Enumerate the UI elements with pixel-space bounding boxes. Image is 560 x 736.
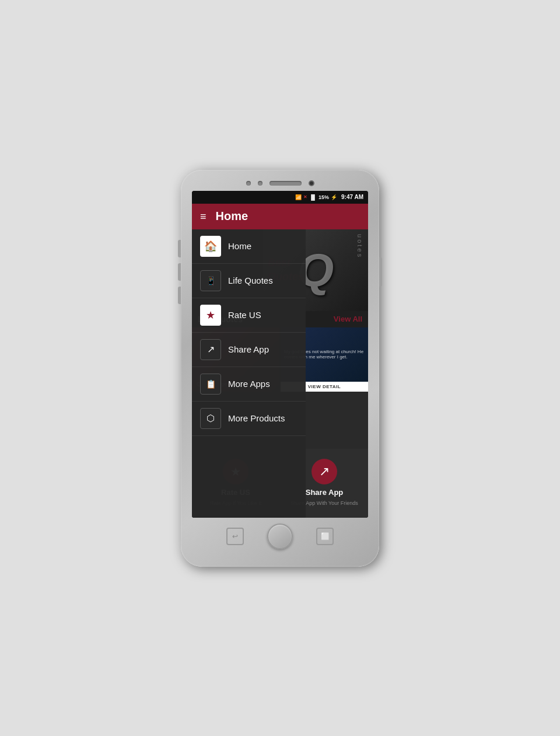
more-apps-icon-box: 📋 [200, 374, 221, 395]
recents-button[interactable]: ⬜ [316, 528, 334, 545]
battery-text: 15% [318, 194, 329, 200]
app-bar: ≡ Home [192, 204, 368, 229]
more-apps-icon: 📋 [206, 379, 216, 389]
nav-item-more-products[interactable]: ⬡ More Products [192, 402, 306, 436]
front-camera [309, 180, 314, 186]
home-icon-box: 🏠 [200, 236, 221, 257]
phone-bottom: ↩ ⬜ [186, 518, 374, 553]
nav-more-apps-label: More Apps [228, 379, 270, 389]
screen: 📶 ✕ ▐▌ 15% ⚡ 9:47 AM ≡ Home Q [192, 191, 368, 518]
time-display: 9:47 AM [341, 194, 363, 200]
back-button[interactable]: ↩ [226, 528, 244, 545]
phone-device: 📶 ✕ ▐▌ 15% ⚡ 9:47 AM ≡ Home Q [181, 170, 379, 567]
home-button[interactable] [267, 524, 293, 549]
share-app-title: Share App [306, 488, 344, 497]
nav-item-life-quotes[interactable]: 📱 Life Quotes [192, 264, 306, 298]
hamburger-icon[interactable]: ≡ [200, 211, 206, 222]
home-icon: 🏠 [204, 240, 217, 253]
rate-us-icon-box: ★ [200, 305, 221, 326]
battery-icon: ⚡ [331, 194, 337, 200]
status-bar: 📶 ✕ ▐▌ 15% ⚡ 9:47 AM [192, 191, 368, 204]
rate-star-icon: ★ [206, 309, 215, 322]
speaker-dot-2 [258, 181, 262, 186]
wifi-icon: 📶 [295, 194, 302, 200]
nav-item-home[interactable]: 🏠 Home [192, 229, 306, 264]
back-arrow-icon: ↩ [232, 532, 238, 540]
signal-bars-icon: ▐▌ [309, 194, 317, 200]
view-all-button[interactable]: View All [334, 315, 362, 323]
nav-home-label: Home [228, 241, 251, 251]
nav-share-app-label: Share App [228, 344, 269, 354]
nav-menu: 🏠 Home 📱 Life Quotes ★ Rate US [192, 229, 306, 518]
nav-item-rate-us[interactable]: ★ Rate US [192, 298, 306, 333]
nav-item-more-apps[interactable]: 📋 More Apps [192, 367, 306, 402]
screen-content: Q BestQuotes u o t e s Life Quotes View … [192, 229, 368, 518]
status-icons: 📶 ✕ ▐▌ 15% ⚡ 9:47 AM [295, 194, 363, 200]
quotes-icon: 📱 [206, 276, 216, 285]
quotes-vertical-text: u o t e s [356, 234, 363, 257]
speaker-dot-1 [246, 181, 251, 186]
speaker-grille [270, 181, 302, 186]
share-app-icon-box: ↗ [200, 339, 221, 360]
life-quotes-icon-box: 📱 [200, 270, 221, 291]
nav-more-products-label: More Products [228, 413, 285, 423]
more-products-icon-box: ⬡ [200, 408, 221, 429]
share-app-icon-circle: ↗ [312, 459, 337, 484]
share-icon: ↗ [319, 464, 330, 479]
nav-life-quotes-label: Life Quotes [228, 275, 273, 285]
nav-rate-us-label: Rate US [228, 310, 261, 320]
nav-item-share-app[interactable]: ↗ Share App [192, 333, 306, 367]
more-products-icon: ⬡ [206, 413, 215, 424]
app-title: Home [216, 210, 249, 223]
phone-top-bar [186, 177, 374, 191]
recents-icon: ⬜ [321, 532, 330, 540]
nav-share-icon: ↗ [207, 344, 215, 355]
signal-x-icon: ✕ [303, 194, 307, 200]
